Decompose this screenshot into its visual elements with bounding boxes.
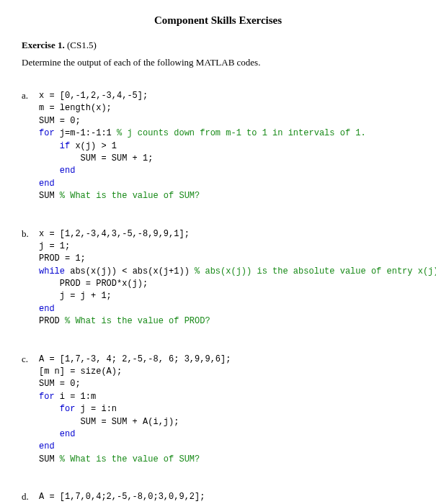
code-line: SUM = 0; [39, 116, 81, 126]
exercise-header: Exercise 1. (CS1.5) [22, 40, 414, 51]
code-line: A = [1,7,-3, 4; 2,-5,-8, 6; 3,9,9,6]; [39, 354, 231, 364]
code-text: i = 1:m [55, 392, 97, 402]
code-line: x = [0,-1,2,-3,4,-5]; [39, 91, 148, 101]
code-keyword: end [39, 441, 55, 451]
code-text: j=m-1:-1:1 [55, 128, 117, 138]
code-text: x(j) > 1 [70, 141, 117, 151]
code-line: j = j + 1; [39, 291, 112, 301]
code-line: [m n] = size(A); [39, 366, 122, 377]
code-comment: % What is the value of SUM? [60, 454, 200, 464]
code-text: PROD [39, 316, 65, 326]
code-keyword: while [39, 266, 65, 276]
code-keyword: for [39, 392, 55, 402]
code-keyword: for [39, 404, 75, 414]
code-line: SUM = 0; [39, 379, 81, 389]
code-keyword: if [39, 141, 70, 151]
problem-c: c. A = [1,7,-3, 4; 2,-5,-8, 6; 3,9,9,6];… [22, 354, 414, 467]
code-line: j = 1; [39, 241, 70, 251]
code-keyword: end [39, 166, 75, 176]
code-line: SUM = SUM + 1; [39, 153, 153, 163]
problem-label-d: d. [22, 491, 39, 504]
code-keyword: for [39, 128, 55, 138]
code-line: x = [1,2,-3,4,3,-5,-8,9,9,1]; [39, 229, 190, 239]
code-block-a: x = [0,-1,2,-3,4,-5]; m = length(x); SUM… [39, 90, 366, 203]
exercise-id: (CS1.5) [67, 40, 97, 50]
code-keyword: end [39, 304, 55, 314]
code-text: abs(x(j)) < abs(x(j+1)) [65, 266, 195, 276]
code-line: PROD = PROD*x(j); [39, 279, 148, 289]
code-keyword: end [39, 429, 75, 439]
problem-a: a. x = [0,-1,2,-3,4,-5]; m = length(x); … [22, 90, 414, 203]
code-line: A = [1,7,0,4;2,-5,-8,0;3,0,9,2]; [39, 492, 205, 502]
problem-b: b. x = [1,2,-3,4,3,-5,-8,9,9,1]; j = 1; … [22, 228, 414, 328]
problem-label-b: b. [22, 228, 39, 328]
code-comment: % What is the value of SUM? [60, 191, 200, 201]
code-text: SUM [39, 454, 60, 464]
code-line: m = length(x); [39, 103, 112, 113]
code-block-b: x = [1,2,-3,4,3,-5,-8,9,9,1]; j = 1; PRO… [39, 228, 436, 328]
code-comment: % j counts down from m-1 to 1 in interva… [117, 128, 366, 138]
code-text: j = i:n [75, 404, 117, 414]
code-keyword: end [39, 179, 55, 189]
exercise-label: Exercise 1. [22, 40, 65, 50]
code-line: SUM = SUM + A(i,j); [39, 417, 179, 427]
problem-label-c: c. [22, 354, 39, 467]
instruction: Determine the output of each of the foll… [22, 57, 414, 68]
problem-label-a: a. [22, 90, 39, 203]
code-text: SUM [39, 191, 60, 201]
code-line: PROD = 1; [39, 253, 86, 264]
page-title: Component Skills Exercises [22, 14, 414, 27]
problem-d: d. A = [1,7,0,4;2,-5,-8,0;3,0,9,2]; B = … [22, 491, 414, 504]
code-block-d: A = [1,7,0,4;2,-5,-8,0;3,0,9,2]; B = [1,… [39, 491, 205, 504]
code-comment: % What is the value of PROD? [65, 316, 210, 326]
code-block-c: A = [1,7,-3, 4; 2,-5,-8, 6; 3,9,9,6]; [m… [39, 354, 231, 467]
code-comment: % abs(x(j)) is the absolute value of ent… [195, 266, 436, 276]
